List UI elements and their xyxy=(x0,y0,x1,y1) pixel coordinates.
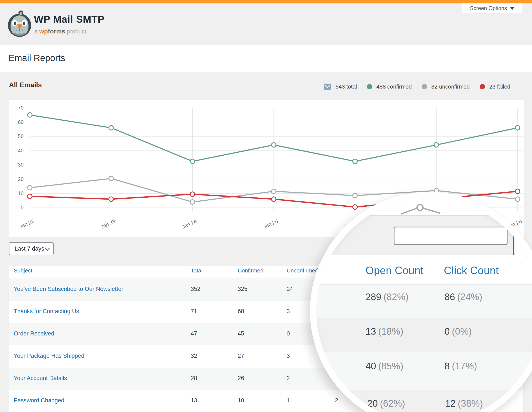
column-header-unconfirmed[interactable]: Unconfirmed xyxy=(287,267,318,274)
unconfirmed-cell: 3 xyxy=(287,308,290,315)
page-title: Email Reports xyxy=(9,53,65,63)
subject-link[interactable]: Your Package Has Shipped xyxy=(14,353,84,359)
y-axis-tick: 70 xyxy=(11,105,24,111)
total-cell: 13 xyxy=(191,397,197,404)
click-count-value: 86 xyxy=(445,292,455,302)
magnifier-content: Open Count Click Count 289(82%) 86(24%) … xyxy=(316,198,532,412)
date-range-select[interactable]: Last 7 days xyxy=(9,242,54,255)
y-axis-tick: 30 xyxy=(11,162,24,168)
subject-link[interactable]: Order Received xyxy=(14,330,54,337)
unconfirmed-cell: 3 xyxy=(287,353,290,359)
sub-forms: forms xyxy=(48,28,65,35)
section-title-all-emails: All Emails xyxy=(9,81,42,89)
magnified-row: 13(18%) 0(0%) xyxy=(316,318,532,352)
open-count-value: 40 xyxy=(366,361,376,371)
confirmed-cell: 325 xyxy=(238,286,247,292)
confirmed-cell: 45 xyxy=(238,330,244,337)
open-count-value: 20 xyxy=(367,398,378,409)
click-count-pct: (38%) xyxy=(458,398,483,409)
top-accent-bar xyxy=(0,0,532,3)
total-cell: 352 xyxy=(191,286,200,292)
confirmed-cell: 27 xyxy=(238,353,244,359)
column-header-total[interactable]: Total xyxy=(191,267,202,274)
y-axis-tick: 50 xyxy=(11,133,24,139)
click-count-pct: (0%) xyxy=(452,326,472,337)
total-cell: 71 xyxy=(191,308,197,315)
y-axis-tick: 10 xyxy=(11,190,24,197)
y-axis-tick: 60 xyxy=(11,119,24,125)
legend-item-total: 543 total xyxy=(323,83,357,90)
confirmed-cell: 10 xyxy=(238,397,244,404)
total-cell: 28 xyxy=(191,375,197,382)
screen-options-button[interactable]: Screen Options xyxy=(462,3,523,13)
click-count-value: 0 xyxy=(445,326,450,337)
magnified-row: 40(85%) 8(17%) xyxy=(316,352,532,390)
brand-title: WP Mail SMTP xyxy=(34,13,104,25)
unconfirmed-cell: 0 xyxy=(287,330,290,337)
chevron-down-icon xyxy=(45,246,50,251)
open-count-value: 13 xyxy=(366,326,376,337)
legend-label: 543 total xyxy=(335,83,357,90)
open-count-pct: (62%) xyxy=(380,398,405,409)
subject-link[interactable]: Thanks for Contacting Us xyxy=(14,308,79,315)
red-dot-icon xyxy=(480,84,485,89)
open-count-pct: (85%) xyxy=(378,361,403,371)
total-cell: 32 xyxy=(191,353,197,359)
y-axis-tick: 40 xyxy=(11,147,24,154)
sub-product: product xyxy=(67,28,86,35)
open-count-pct: (18%) xyxy=(378,326,403,337)
magnified-table-header: Open Count Click Count xyxy=(316,255,532,284)
click-count-value: 8 xyxy=(445,361,450,371)
column-header-subject[interactable]: Subject xyxy=(14,267,32,274)
unconfirmed-cell: 24 xyxy=(287,286,293,292)
sub-wp: wp xyxy=(39,28,48,35)
legend-label: 488 confirmed xyxy=(377,83,412,90)
mail-icon xyxy=(323,83,331,90)
subject-link[interactable]: You’ve Been Subscribed to Our Newsletter xyxy=(14,286,123,292)
chart-legend: 543 total 488 confirmed 32 unconfirmed 2… xyxy=(323,82,527,91)
legend-item-confirmed: 488 confirmed xyxy=(367,83,412,90)
legend-label: 32 unconfirmed xyxy=(431,83,470,90)
subject-link[interactable]: Password Changed xyxy=(14,397,64,404)
column-header-click-count: Click Count xyxy=(444,264,499,277)
page-title-band xyxy=(0,45,532,72)
total-cell: 47 xyxy=(191,330,197,337)
magnified-gray-point xyxy=(417,204,423,211)
unconfirmed-cell: 1 xyxy=(287,397,290,404)
column-header-confirmed[interactable]: Confirmed xyxy=(238,267,263,274)
confirmed-cell: 68 xyxy=(238,308,244,315)
click-count-value: 12 xyxy=(445,398,456,409)
click-count-pct: (17%) xyxy=(452,361,477,371)
column-header-open-count: Open Count xyxy=(366,264,423,277)
sub-a: a xyxy=(34,28,38,35)
gray-dot-icon xyxy=(422,84,427,89)
screen-options-label: Screen Options xyxy=(470,5,507,11)
magnified-row: 289(82%) 86(24%) xyxy=(316,284,532,318)
y-axis-tick: 0 xyxy=(11,204,24,211)
legend-item-unconfirmed: 32 unconfirmed xyxy=(422,83,470,90)
legend-item-failed: 23 failed xyxy=(480,83,510,90)
date-range-value: Last 7 days xyxy=(15,246,44,252)
magnified-search-input xyxy=(394,227,508,245)
failed-cell: 2 xyxy=(335,397,338,404)
chevron-down-icon xyxy=(510,7,515,10)
y-axis-tick: 20 xyxy=(11,176,24,183)
open-count-pct: (82%) xyxy=(383,292,408,302)
click-count-pct: (24%) xyxy=(457,292,482,302)
open-count-value: 289 xyxy=(366,292,381,302)
confirmed-cell: 26 xyxy=(238,375,244,382)
green-dot-icon xyxy=(367,84,372,89)
legend-label: 23 failed xyxy=(489,83,510,90)
brand-subtitle: a wp forms product xyxy=(34,28,86,35)
wp-mail-smtp-logo xyxy=(8,9,31,38)
unconfirmed-cell: 2 xyxy=(287,375,290,382)
subject-link[interactable]: Your Account Details xyxy=(14,375,67,382)
